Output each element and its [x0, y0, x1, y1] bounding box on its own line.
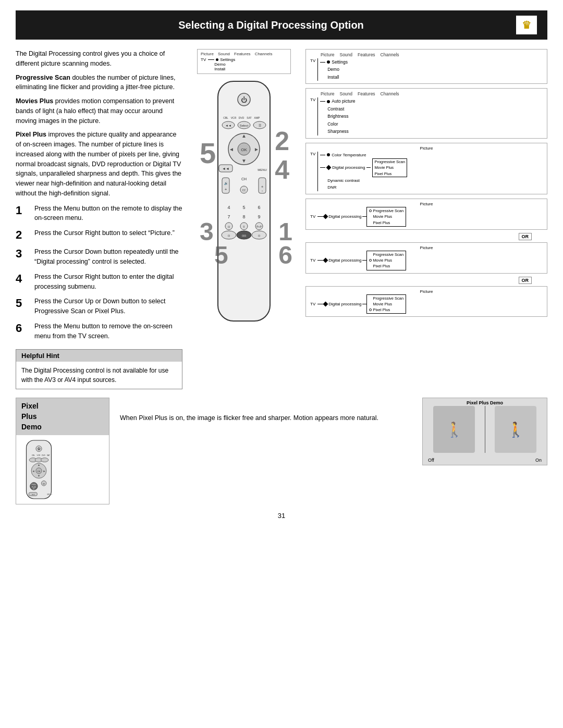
svg-text:⏻: ⏻: [241, 96, 247, 104]
svg-text:6: 6: [258, 205, 260, 210]
step-1-num: 1: [16, 204, 30, 217]
svg-text:◄◄: ◄◄: [225, 124, 231, 127]
demo-remote-mini-svg: ⏻ CBL VCR DVD SAT OK ▲ ▼ ◄ ► PIXEL PLUS …: [19, 438, 58, 501]
num-2: 2: [275, 128, 289, 154]
svg-text:+: +: [225, 187, 227, 192]
top-menu-diagram: Picture Sound Features Channels TV Setti…: [197, 49, 291, 74]
diagram-main-menu: Picture Sound Features Channels TV Setti…: [305, 49, 547, 84]
step-6-text: Press the Menu button to remove the on-s…: [34, 322, 182, 341]
step-4: 4 Press the Cursor Right button to enter…: [16, 272, 182, 292]
page-title: Selecting a Digital Processing Option: [26, 19, 516, 31]
step-6: 6 Press the Menu button to remove the on…: [16, 322, 182, 341]
svg-text:OK: OK: [38, 470, 41, 473]
hint-body: The Digital Processing control is not av…: [16, 362, 182, 389]
svg-text:▼: ▼: [241, 158, 247, 164]
svg-text:8: 8: [242, 214, 245, 219]
svg-text:SAT: SAT: [47, 454, 50, 456]
svg-text:⊡: ⊡: [228, 234, 230, 237]
svg-text:Select: Select: [240, 124, 249, 127]
svg-text:CBL: CBL: [32, 454, 35, 456]
pixel-plus-demo-title: PixelPlusDemo: [16, 398, 109, 435]
svg-text:SAT: SAT: [247, 116, 251, 119]
svg-text:🔊: 🔊: [224, 181, 228, 186]
svg-text:☰: ☰: [259, 124, 261, 127]
diagram-step4: Picture TV Digital processing Progressiv…: [305, 199, 547, 230]
pixel-plus-demo-box: PixelPlusDemo ⏻ CBL VCR DVD SAT OK ▲ ▼ ◄: [16, 398, 109, 504]
svg-text:►: ►: [254, 146, 259, 152]
svg-text:MENU: MENU: [258, 168, 267, 171]
step-3-num: 3: [16, 247, 30, 261]
page-header: Selecting a Digital Processing Option ♛: [16, 10, 547, 40]
intro-text: The Digital Processing control gives you…: [16, 49, 182, 199]
diagram-movie-plus: Picture TV Digital processing Progressiv…: [305, 242, 547, 274]
svg-point-62: [41, 458, 48, 462]
diagram-digital-processing: Picture TV Color Temperature Digital pro…: [305, 143, 547, 195]
svg-text:►: ►: [43, 470, 46, 473]
page-number-text: 31: [278, 512, 285, 520]
svg-text:5: 5: [242, 205, 245, 210]
top-menu-header: Picture Sound Features Channels: [201, 52, 287, 56]
svg-text:◄: ◄: [32, 470, 35, 473]
svg-text:▲: ▲: [241, 133, 247, 139]
step-4-num: 4: [16, 272, 30, 286]
svg-text:⊡: ⊡: [228, 225, 230, 228]
step-2-text: Press the Cursor Right button to select …: [34, 228, 175, 238]
svg-text:CC: CC: [242, 189, 246, 192]
hint-title: Helpful Hint: [16, 350, 182, 362]
pixel-plus-demo-label: PixelPlusDemo: [21, 402, 42, 430]
num-6: 6: [278, 243, 292, 268]
svg-text:DVD: DVD: [42, 454, 45, 456]
num-1: 1: [278, 219, 292, 244]
progressive-scan-label: Progressive Scan: [16, 74, 70, 81]
svg-text:VCR: VCR: [231, 116, 237, 119]
step-1-text: Press the Menu button on the remote to d…: [34, 204, 182, 224]
svg-text:▲: ▲: [38, 463, 41, 466]
step-3-text: Press the Cursor Down button repeatedly …: [34, 247, 182, 267]
svg-text:⊡: ⊡: [258, 234, 260, 237]
diagram-picture-menu: Picture Sound Features Channels TV Auto …: [305, 88, 547, 138]
svg-text:⊡⊡: ⊡⊡: [242, 234, 246, 237]
pixel-plus-description: When Pixel Plus is on, the image is flic…: [120, 398, 412, 423]
svg-text:◄◄: ◄◄: [31, 493, 34, 496]
remote-svg: ⏻ CBL VCR DVD SAT AMP ◄◄ Select ☰ OK ▲ ▼: [202, 76, 286, 326]
hint-title-text: Helpful Hint: [21, 352, 59, 360]
svg-text:4: 4: [227, 205, 230, 210]
svg-text:VCR: VCR: [37, 454, 41, 456]
bottom-section: PixelPlusDemo ⏻ CBL VCR DVD SAT OK ▲ ▼ ◄: [16, 398, 547, 504]
num-4: 4: [275, 157, 289, 183]
center-column: Picture Sound Features Channels TV Setti…: [192, 49, 296, 389]
progressive-scan-para: Progressive Scan doubles the number of p…: [16, 73, 182, 93]
svg-text:⏻: ⏻: [38, 448, 41, 451]
movies-plus-label: Movies Plus: [16, 97, 53, 105]
svg-text:♛: ♛: [522, 19, 531, 31]
step-5: 5 Press the Cursor Up or Down button to …: [16, 297, 182, 316]
svg-text:CBL: CBL: [223, 116, 228, 119]
movies-plus-para: Movies Plus provides motion compensation…: [16, 96, 182, 126]
pixel-plus-demo-screen-title: Pixel Plus Demo: [467, 400, 503, 405]
svg-text:P+P: P+P: [256, 225, 262, 228]
pixel-plus-desc-text: When Pixel Plus is on, the image is flic…: [120, 413, 412, 423]
page-number: 31: [16, 512, 547, 520]
num-5-left: 5: [200, 139, 216, 168]
svg-text:-: -: [262, 188, 263, 193]
or-divider-1: OR: [305, 233, 532, 240]
num-5-bottom: 5: [214, 243, 228, 268]
main-content: The Digital Processing control gives you…: [16, 49, 547, 389]
pixel-plus-para: Pixel Plus improves the picture quality …: [16, 130, 182, 198]
step-5-num: 5: [16, 297, 30, 310]
step-4-text: Press the Cursor Right button to enter t…: [34, 272, 182, 292]
svg-text:DVD: DVD: [239, 116, 244, 119]
svg-text:MENU: MENU: [47, 493, 53, 496]
diagram-pixel-plus: Picture TV Digital processing Progressiv…: [305, 286, 547, 317]
svg-text:CH: CH: [241, 177, 247, 181]
step-2: 2 Press the Cursor Right button to selec…: [16, 228, 182, 242]
step-1: 1 Press the Menu button on the remote to…: [16, 204, 182, 224]
svg-text:AMP: AMP: [254, 116, 261, 119]
svg-text:7: 7: [227, 214, 230, 219]
demo-screen-box: Pixel Plus Demo Off On 🚶 🚶: [422, 398, 547, 465]
svg-text:◄: ◄: [229, 146, 234, 152]
demo-screen-on-label: On: [535, 458, 542, 463]
top-menu-body: TV Settings Demo Install: [201, 57, 287, 71]
num-3-bottom: 3: [200, 219, 214, 244]
steps-list: 1 Press the Menu button on the remote to…: [16, 204, 182, 341]
